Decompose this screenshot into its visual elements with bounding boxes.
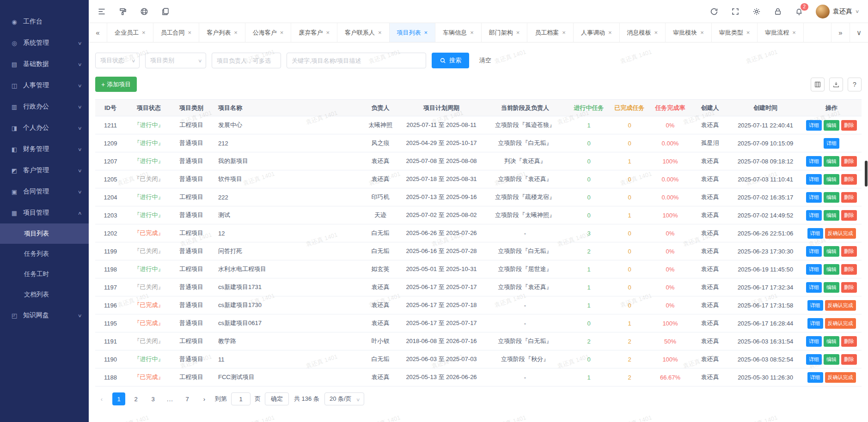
action-button[interactable]: 详细	[807, 228, 823, 239]
column-header[interactable]: 进行中任务	[568, 100, 609, 116]
sidebar-item[interactable]: 项目列表	[0, 223, 89, 244]
sidebar-item[interactable]: ◎ 系统管理 ∨	[0, 32, 89, 54]
action-button[interactable]: 删除	[841, 192, 857, 203]
fullscreen-icon[interactable]	[731, 7, 740, 16]
sidebar-item[interactable]: ◰ 知识网盘 ∨	[0, 305, 89, 326]
user-menu[interactable]: 袁还真 ∨	[816, 5, 859, 18]
column-setting-icon[interactable]	[811, 78, 825, 91]
table-row[interactable]: 1203 『进行中』 普通项目 测试 天迹 2025-07-02 至 2025-…	[95, 206, 862, 224]
tab-close-icon[interactable]: ×	[470, 29, 474, 36]
tab-close-icon[interactable]: ×	[516, 29, 520, 36]
tab-close-icon[interactable]: ×	[792, 29, 796, 36]
column-header[interactable]: 项目状态	[126, 100, 172, 116]
action-button[interactable]: 详细	[806, 354, 822, 365]
clear-button[interactable]: 清空	[479, 56, 491, 65]
tab[interactable]: 废弃客户 ×	[291, 23, 337, 42]
action-button[interactable]: 删除	[841, 210, 857, 221]
table-row[interactable]: 1196 『已完成』 普通项目 cs新建项目1730 袁还真 2025-06-1…	[95, 296, 862, 314]
column-header[interactable]: 操作	[801, 100, 862, 116]
sidebar-item[interactable]: ▣ 合同管理 ∨	[0, 181, 89, 202]
tab[interactable]: 公海客户 ×	[245, 23, 292, 42]
sidebar-item[interactable]: 文档列表	[0, 284, 89, 305]
table-row[interactable]: 1191 『已关闭』 工程项目 教学路 叶小钗 2018-06-08 至 202…	[95, 332, 862, 350]
table-row[interactable]: 1211 『进行中』 工程项目 发展中心 太曦神照 2025-07-11 至 2…	[95, 116, 862, 134]
action-button[interactable]: 详细	[806, 264, 822, 275]
column-header[interactable]: 创建时间	[729, 100, 801, 116]
bell-icon[interactable]: 2	[795, 7, 804, 16]
action-button[interactable]: 编辑	[824, 210, 839, 221]
action-button[interactable]: 详细	[807, 372, 823, 383]
action-button[interactable]: 删除	[841, 354, 857, 365]
action-button[interactable]: 编辑	[824, 192, 839, 203]
action-button[interactable]: 删除	[841, 174, 857, 185]
language-globe-icon[interactable]	[140, 7, 149, 16]
action-button[interactable]: 删除	[841, 156, 857, 167]
tab[interactable]: 员工合同 ×	[153, 23, 200, 42]
search-button[interactable]: 搜索	[432, 53, 469, 68]
lock-icon[interactable]	[773, 7, 782, 16]
tab-close-icon[interactable]: ×	[424, 29, 428, 36]
column-header[interactable]: 当前阶段及负责人	[482, 100, 568, 116]
action-button[interactable]: 详细	[806, 192, 822, 203]
sidebar-item[interactable]: ◩ 客户管理 ∨	[0, 160, 89, 181]
tab[interactable]: 车辆信息 ×	[435, 23, 482, 42]
prev-page-icon[interactable]: ‹	[95, 392, 108, 405]
tab[interactable]: 审批类型 ×	[712, 23, 758, 42]
tab-close-icon[interactable]: ×	[654, 29, 658, 36]
column-header[interactable]: 任务完成率	[650, 100, 691, 116]
sidebar-item[interactable]: 任务列表	[0, 244, 89, 264]
action-button[interactable]: 编辑	[824, 246, 839, 257]
action-button[interactable]: 反确认完成	[825, 300, 856, 311]
action-button[interactable]: 编辑	[824, 120, 839, 131]
tab[interactable]: 审批模块 ×	[666, 23, 712, 42]
action-button[interactable]: 编辑	[824, 336, 839, 347]
tab[interactable]: 客户列表 ×	[199, 23, 245, 42]
tab-close-icon[interactable]: ×	[700, 29, 704, 36]
vertical-scrollbar[interactable]	[864, 0, 868, 422]
refresh-icon[interactable]	[709, 7, 719, 16]
column-header[interactable]: 负责人	[360, 100, 401, 116]
column-header[interactable]: 项目类别	[172, 100, 211, 116]
table-row[interactable]: 1205 『已关闭』 普通项目 软件项目 袁还真 2025-07-18 至 20…	[95, 170, 862, 188]
project-status-select[interactable]: 项目状态 ∨	[95, 53, 140, 68]
sidebar-item[interactable]: ◧ 财务管理 ∨	[0, 139, 89, 160]
action-button[interactable]: 详细	[807, 318, 823, 329]
table-row[interactable]: 1207 『进行中』 普通项目 我的新项目 袁还真 2025-07-08 至 2…	[95, 152, 862, 170]
collapse-menu-icon[interactable]	[97, 7, 106, 16]
sidebar-item[interactable]: ◉ 工作台	[0, 11, 89, 32]
tab[interactable]: 项目列表 ×	[390, 23, 436, 42]
action-button[interactable]: 反确认完成	[825, 228, 856, 239]
page-button[interactable]: 3	[147, 392, 159, 405]
next-page-icon[interactable]: ›	[198, 392, 211, 405]
page-button[interactable]: 1	[112, 392, 125, 405]
tab[interactable]: 人事调动 ×	[574, 23, 620, 42]
action-button[interactable]: 删除	[841, 336, 857, 347]
action-button[interactable]: 详细	[806, 336, 822, 347]
table-row[interactable]: 1198 『进行中』 工程项目 水利水电工程项目 姒玄英 2025-05-01 …	[95, 260, 862, 278]
action-button[interactable]: 详细	[807, 300, 823, 311]
column-header[interactable]: 项目计划周期	[401, 100, 482, 116]
table-row[interactable]: 1199 『已关闭』 普通项目 问答打死 白无垢 2025-06-16 至 20…	[95, 242, 862, 260]
tabs-scroll-left-icon[interactable]: «	[89, 23, 107, 42]
help-icon[interactable]: ?	[848, 78, 862, 91]
page-button[interactable]: ...	[164, 392, 177, 405]
tab[interactable]: 部门架构 ×	[482, 23, 528, 42]
action-button[interactable]: 详细	[824, 138, 839, 149]
action-button[interactable]: 详细	[806, 246, 822, 257]
theme-brush-icon[interactable]	[118, 7, 128, 16]
keyword-input[interactable]	[287, 53, 426, 68]
table-row[interactable]: 1190 『进行中』 普通项目 11 白无垢 2025-06-03 至 2025…	[95, 350, 862, 368]
tab-close-icon[interactable]: ×	[562, 29, 566, 36]
settings-gear-icon[interactable]	[752, 7, 761, 16]
tab-close-icon[interactable]: ×	[188, 29, 192, 36]
tab-close-icon[interactable]: ×	[378, 29, 382, 36]
tabs-scroll-right-icon[interactable]: »	[831, 23, 850, 42]
tab[interactable]: 审批流程 ×	[758, 23, 804, 42]
action-button[interactable]: 删除	[841, 264, 857, 275]
sidebar-item[interactable]: ▤ 基础数据 ∨	[0, 54, 89, 75]
project-category-select[interactable]: 项目类别 ∨	[145, 53, 206, 68]
table-row[interactable]: 1202 『已完成』 工程项目 12 白无垢 2025-06-26 至 2025…	[95, 224, 862, 242]
action-button[interactable]: 编辑	[824, 174, 839, 185]
column-header[interactable]: 已完成任务	[609, 100, 650, 116]
table-row[interactable]: 1204 『进行中』 工程项目 222 印巧机 2025-07-13 至 202…	[95, 188, 862, 206]
